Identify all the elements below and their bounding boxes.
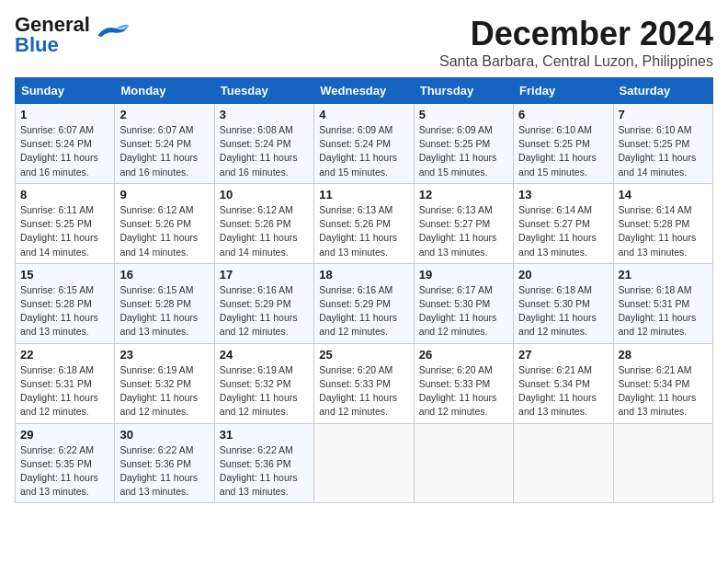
title-block: December 2024 Santa Barbara, Central Luz… <box>439 15 713 70</box>
calendar-cell: 12Sunrise: 6:13 AMSunset: 5:27 PMDayligh… <box>414 183 513 263</box>
calendar-cell: 25Sunrise: 6:20 AMSunset: 5:33 PMDayligh… <box>314 343 414 423</box>
calendar-cell: 2Sunrise: 6:07 AMSunset: 5:24 PMDaylight… <box>115 104 214 184</box>
calendar-cell: 20Sunrise: 6:18 AMSunset: 5:30 PMDayligh… <box>514 263 613 343</box>
calendar-cell: 1Sunrise: 6:07 AMSunset: 5:24 PMDaylight… <box>16 104 115 184</box>
day-number: 21 <box>619 268 708 282</box>
day-info: Sunrise: 6:08 AMSunset: 5:24 PMDaylight:… <box>220 123 309 179</box>
day-info: Sunrise: 6:12 AMSunset: 5:26 PMDaylight:… <box>220 203 309 259</box>
day-number: 16 <box>119 268 209 282</box>
calendar-cell <box>314 423 414 503</box>
calendar-cell: 8Sunrise: 6:11 AMSunset: 5:25 PMDaylight… <box>16 183 115 263</box>
day-number: 30 <box>119 428 209 442</box>
day-info: Sunrise: 6:16 AMSunset: 5:29 PMDaylight:… <box>319 283 408 339</box>
calendar-header-row: SundayMondayTuesdayWednesdayThursdayFrid… <box>16 78 713 104</box>
day-number: 8 <box>20 188 109 201</box>
day-info: Sunrise: 6:07 AMSunset: 5:24 PMDaylight:… <box>119 123 209 179</box>
day-number: 4 <box>319 108 408 121</box>
calendar-cell: 22Sunrise: 6:18 AMSunset: 5:31 PMDayligh… <box>16 343 115 423</box>
day-info: Sunrise: 6:12 AMSunset: 5:26 PMDaylight:… <box>119 203 209 259</box>
calendar-week-2: 8Sunrise: 6:11 AMSunset: 5:25 PMDaylight… <box>16 183 713 263</box>
day-info: Sunrise: 6:22 AMSunset: 5:35 PMDaylight:… <box>20 443 109 500</box>
day-info: Sunrise: 6:09 AMSunset: 5:24 PMDaylight:… <box>319 123 408 179</box>
calendar-cell: 29Sunrise: 6:22 AMSunset: 5:35 PMDayligh… <box>16 423 115 503</box>
day-number: 15 <box>20 268 109 282</box>
weekday-header-friday: Friday <box>514 78 613 104</box>
day-info: Sunrise: 6:18 AMSunset: 5:30 PMDaylight:… <box>518 283 608 339</box>
weekday-header-monday: Monday <box>115 78 214 104</box>
day-number: 10 <box>220 188 309 201</box>
day-number: 3 <box>220 108 309 121</box>
calendar-week-1: 1Sunrise: 6:07 AMSunset: 5:24 PMDaylight… <box>16 104 713 184</box>
location-title: Santa Barbara, Central Luzon, Philippine… <box>439 53 713 70</box>
day-info: Sunrise: 6:19 AMSunset: 5:32 PMDaylight:… <box>220 363 309 419</box>
day-number: 20 <box>518 268 608 282</box>
day-number: 22 <box>20 348 109 362</box>
calendar-cell: 19Sunrise: 6:17 AMSunset: 5:30 PMDayligh… <box>414 263 513 343</box>
day-number: 11 <box>319 188 408 201</box>
calendar-table: SundayMondayTuesdayWednesdayThursdayFrid… <box>15 77 713 503</box>
month-title: December 2024 <box>439 15 713 53</box>
day-info: Sunrise: 6:18 AMSunset: 5:31 PMDaylight:… <box>619 283 708 339</box>
calendar-cell <box>414 423 513 503</box>
day-number: 12 <box>419 188 508 201</box>
day-info: Sunrise: 6:14 AMSunset: 5:28 PMDaylight:… <box>619 203 708 259</box>
calendar-cell <box>514 423 613 503</box>
weekday-header-wednesday: Wednesday <box>314 78 414 104</box>
day-number: 1 <box>20 108 109 121</box>
calendar-cell: 24Sunrise: 6:19 AMSunset: 5:32 PMDayligh… <box>214 343 313 423</box>
day-info: Sunrise: 6:21 AMSunset: 5:34 PMDaylight:… <box>619 363 708 419</box>
logo: GeneralBlue <box>15 15 131 55</box>
weekday-header-sunday: Sunday <box>16 78 115 104</box>
calendar-cell: 7Sunrise: 6:10 AMSunset: 5:25 PMDaylight… <box>613 104 712 184</box>
day-number: 25 <box>319 348 408 362</box>
day-info: Sunrise: 6:20 AMSunset: 5:33 PMDaylight:… <box>419 363 508 419</box>
day-number: 18 <box>319 268 408 282</box>
day-number: 28 <box>619 348 708 362</box>
calendar-body: 1Sunrise: 6:07 AMSunset: 5:24 PMDaylight… <box>16 104 713 503</box>
day-info: Sunrise: 6:10 AMSunset: 5:25 PMDaylight:… <box>518 123 608 179</box>
calendar-cell: 26Sunrise: 6:20 AMSunset: 5:33 PMDayligh… <box>414 343 513 423</box>
calendar-week-5: 29Sunrise: 6:22 AMSunset: 5:35 PMDayligh… <box>16 423 713 503</box>
page-header: GeneralBlue December 2024 Santa Barbara,… <box>15 15 713 70</box>
calendar-cell: 15Sunrise: 6:15 AMSunset: 5:28 PMDayligh… <box>16 263 115 343</box>
calendar-cell: 5Sunrise: 6:09 AMSunset: 5:25 PMDaylight… <box>414 104 513 184</box>
calendar-cell: 4Sunrise: 6:09 AMSunset: 5:24 PMDaylight… <box>314 104 414 184</box>
day-number: 7 <box>619 108 708 121</box>
calendar-cell: 11Sunrise: 6:13 AMSunset: 5:26 PMDayligh… <box>314 183 414 263</box>
day-info: Sunrise: 6:15 AMSunset: 5:28 PMDaylight:… <box>20 283 109 339</box>
calendar-cell: 18Sunrise: 6:16 AMSunset: 5:29 PMDayligh… <box>314 263 414 343</box>
calendar-cell: 31Sunrise: 6:22 AMSunset: 5:36 PMDayligh… <box>214 423 313 503</box>
day-info: Sunrise: 6:14 AMSunset: 5:27 PMDaylight:… <box>518 203 608 259</box>
weekday-header-thursday: Thursday <box>414 78 513 104</box>
day-info: Sunrise: 6:13 AMSunset: 5:27 PMDaylight:… <box>419 203 508 259</box>
day-number: 2 <box>119 108 209 121</box>
day-number: 9 <box>119 188 209 201</box>
logo-bird-icon <box>94 21 131 41</box>
day-info: Sunrise: 6:22 AMSunset: 5:36 PMDaylight:… <box>220 443 309 500</box>
day-number: 27 <box>518 348 608 362</box>
day-number: 29 <box>20 428 109 442</box>
calendar-cell: 3Sunrise: 6:08 AMSunset: 5:24 PMDaylight… <box>214 104 313 184</box>
calendar-cell: 17Sunrise: 6:16 AMSunset: 5:29 PMDayligh… <box>214 263 313 343</box>
weekday-header-saturday: Saturday <box>613 78 712 104</box>
calendar-cell: 9Sunrise: 6:12 AMSunset: 5:26 PMDaylight… <box>115 183 214 263</box>
day-number: 19 <box>419 268 508 282</box>
day-number: 24 <box>220 348 309 362</box>
calendar-week-3: 15Sunrise: 6:15 AMSunset: 5:28 PMDayligh… <box>16 263 713 343</box>
calendar-cell: 6Sunrise: 6:10 AMSunset: 5:25 PMDaylight… <box>514 104 613 184</box>
calendar-cell: 13Sunrise: 6:14 AMSunset: 5:27 PMDayligh… <box>514 183 613 263</box>
day-info: Sunrise: 6:16 AMSunset: 5:29 PMDaylight:… <box>220 283 309 339</box>
logo-text: GeneralBlue <box>15 15 90 55</box>
day-info: Sunrise: 6:20 AMSunset: 5:33 PMDaylight:… <box>319 363 408 419</box>
calendar-cell <box>613 423 712 503</box>
day-number: 31 <box>220 428 309 442</box>
day-number: 5 <box>419 108 508 121</box>
calendar-cell: 14Sunrise: 6:14 AMSunset: 5:28 PMDayligh… <box>613 183 712 263</box>
day-info: Sunrise: 6:18 AMSunset: 5:31 PMDaylight:… <box>20 363 109 419</box>
day-info: Sunrise: 6:09 AMSunset: 5:25 PMDaylight:… <box>419 123 508 179</box>
day-info: Sunrise: 6:21 AMSunset: 5:34 PMDaylight:… <box>518 363 608 419</box>
day-info: Sunrise: 6:11 AMSunset: 5:25 PMDaylight:… <box>20 203 109 259</box>
calendar-cell: 10Sunrise: 6:12 AMSunset: 5:26 PMDayligh… <box>214 183 313 263</box>
day-number: 17 <box>220 268 309 282</box>
calendar-cell: 23Sunrise: 6:19 AMSunset: 5:32 PMDayligh… <box>115 343 214 423</box>
